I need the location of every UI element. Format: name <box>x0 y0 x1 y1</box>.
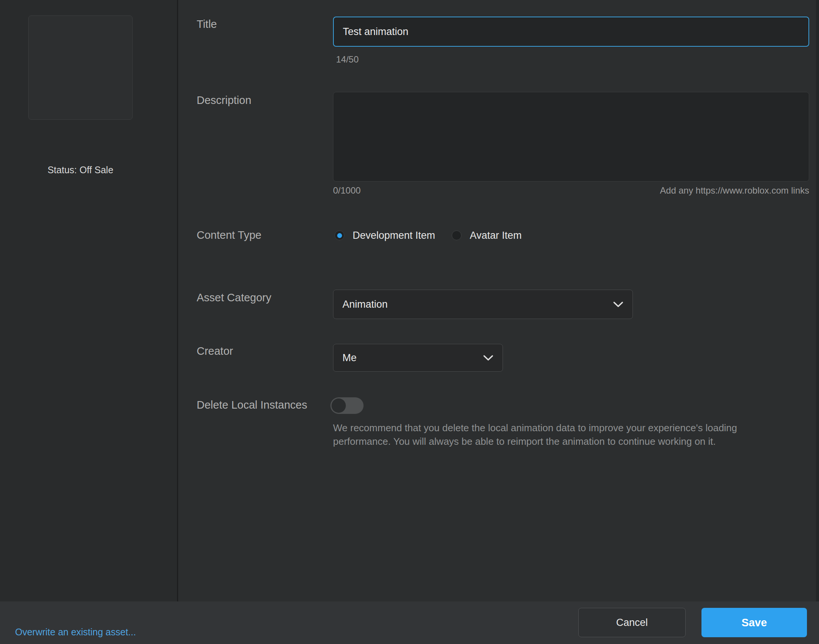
creator-value: Me <box>342 352 357 364</box>
panel-divider <box>177 0 178 601</box>
content-type-options: Development Item Avatar Item <box>334 227 522 243</box>
cancel-button[interactable]: Cancel <box>578 608 686 637</box>
content-type-label: Content Type <box>197 229 261 241</box>
delete-local-instances-help: We recommend that you delete the local a… <box>333 421 773 448</box>
asset-category-label: Asset Category <box>197 291 271 304</box>
asset-configuration-dialog: Status: Off Sale Title 14/50 Description… <box>0 0 819 644</box>
status-label: Status: Off Sale <box>28 164 133 175</box>
description-label: Description <box>197 94 251 107</box>
save-button[interactable]: Save <box>701 608 807 637</box>
radio-development-item[interactable] <box>334 230 344 240</box>
radio-development-item-label[interactable]: Development Item <box>353 230 435 241</box>
description-input[interactable] <box>333 92 809 181</box>
asset-category-dropdown[interactable]: Animation <box>333 290 633 319</box>
radio-avatar-item[interactable] <box>452 230 462 240</box>
radio-avatar-item-label[interactable]: Avatar Item <box>470 230 522 241</box>
asset-category-value: Animation <box>342 299 388 310</box>
creator-dropdown[interactable]: Me <box>333 344 503 372</box>
delete-local-instances-label: Delete Local Instances <box>197 399 307 411</box>
chevron-down-icon <box>613 301 623 308</box>
scrollbar-track[interactable] <box>816 0 819 601</box>
creator-label: Creator <box>197 345 233 357</box>
overwrite-existing-asset-link[interactable]: Overwrite an existing asset... <box>15 627 136 638</box>
delete-local-instances-toggle[interactable] <box>330 397 363 414</box>
title-char-counter: 14/50 <box>336 54 359 65</box>
description-char-counter: 0/1000 <box>333 185 360 196</box>
description-links-hint: Add any https://www.roblox.com links <box>660 185 809 196</box>
title-input[interactable] <box>333 17 809 47</box>
toggle-knob <box>331 399 346 413</box>
footer-bar <box>0 601 819 644</box>
description-meta-row: 0/1000 Add any https://www.roblox.com li… <box>333 185 809 196</box>
chevron-down-icon <box>483 355 494 361</box>
title-label: Title <box>197 18 217 31</box>
asset-thumbnail <box>28 15 133 120</box>
radio-selected-dot-icon <box>337 233 342 238</box>
